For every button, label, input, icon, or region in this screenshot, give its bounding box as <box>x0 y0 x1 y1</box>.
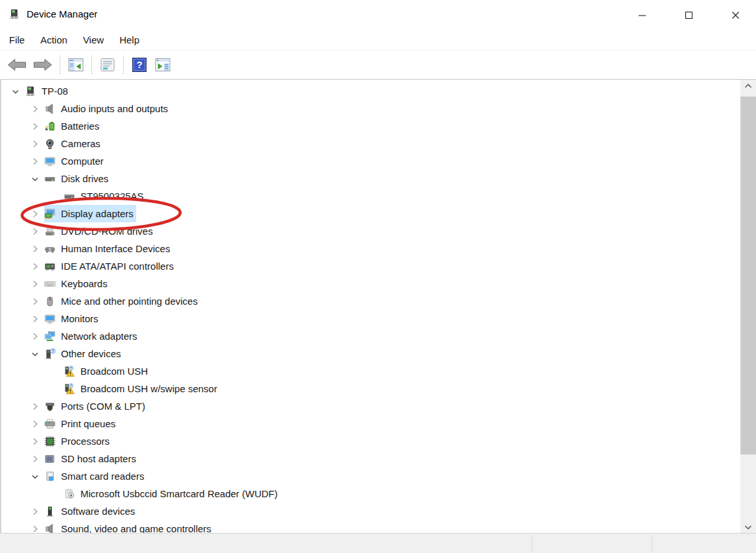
chevron-right-icon[interactable] <box>26 152 44 170</box>
tree-item-label: TP-08 <box>41 86 68 97</box>
tree-item-content: ST9500325AS <box>64 187 147 205</box>
chevron-right-icon[interactable] <box>26 327 44 345</box>
chevron-right-icon[interactable] <box>26 292 44 310</box>
menu-bar: File Action View Help <box>0 30 756 51</box>
tree-item-keyboards[interactable]: Keyboards <box>1 275 740 292</box>
chevron-right-icon[interactable] <box>26 432 44 450</box>
menu-file[interactable]: File <box>9 33 25 47</box>
chevron-right-icon[interactable] <box>26 135 44 152</box>
tree-item-print-queues[interactable]: Print queues <box>1 415 740 432</box>
chevron-down-icon[interactable] <box>26 467 44 485</box>
forward-button[interactable] <box>31 54 54 76</box>
network-adapter-icon <box>44 331 56 342</box>
tree-item-content: Sound, video and game controllers <box>44 520 214 533</box>
chevron-right-icon[interactable] <box>26 205 44 222</box>
tree-item-ports-com-lpt[interactable]: Ports (COM & LPT) <box>1 397 740 415</box>
minimize-button[interactable] <box>632 5 652 25</box>
chevron-down-icon[interactable] <box>6 82 25 100</box>
close-button[interactable] <box>725 5 746 25</box>
tree-item-label: Computer <box>61 156 104 167</box>
tree-item-tp-08[interactable]: TP-08 <box>1 82 740 100</box>
tree-item-processors[interactable]: Processors <box>1 432 740 450</box>
chevron-right-icon[interactable] <box>26 310 44 327</box>
tree-item-software-devices[interactable]: Software devices <box>1 502 740 520</box>
chevron-down-icon[interactable] <box>26 170 44 187</box>
tree-item-content: Ports (COM & LPT) <box>44 397 148 415</box>
tree-item-content: TP-08 <box>25 82 71 100</box>
chevron-right-icon[interactable] <box>26 100 44 117</box>
chevron-placeholder <box>45 380 64 397</box>
menu-view[interactable]: View <box>83 33 104 47</box>
chevron-down-icon[interactable] <box>26 345 44 362</box>
show-action-pane-button[interactable] <box>152 54 173 76</box>
tree-item-mice-and-other-pointing-devices[interactable]: Mice and other pointing devices <box>1 292 740 310</box>
tree-item-content: Mice and other pointing devices <box>44 292 200 310</box>
chevron-placeholder <box>45 362 64 380</box>
speaker-icon <box>44 103 56 115</box>
disk-drive-icon <box>64 191 75 202</box>
toolbar-separator <box>123 55 124 75</box>
tree-item-content: Disk drives <box>44 170 111 187</box>
tree-item-st9500325as[interactable]: ST9500325AS <box>1 187 740 205</box>
scroll-up-button[interactable] <box>740 80 756 91</box>
tree-item-other-devices[interactable]: ?Other devices <box>1 345 740 362</box>
tree-item-cameras[interactable]: Cameras <box>1 135 740 152</box>
warning-device-icon: ? <box>64 383 75 395</box>
chevron-right-icon[interactable] <box>26 117 44 135</box>
tree-item-sound-video-and-game-controllers[interactable]: Sound, video and game controllers <box>1 520 740 533</box>
tree-item-label: Smart card readers <box>61 471 144 482</box>
smart-card-reader-icon <box>44 471 56 482</box>
tree-item-content: Microsoft Usbccid Smartcard Reader (WUDF… <box>64 485 280 502</box>
tree-item-computer[interactable]: Computer <box>1 152 740 170</box>
hid-icon <box>44 243 56 255</box>
statusbar-divider <box>532 535 532 552</box>
vertical-scrollbar[interactable] <box>740 80 756 533</box>
tree-item-broadcom-ush-w-swipe-sensor[interactable]: ?Broadcom USH w/swipe sensor <box>1 380 740 397</box>
show-console-tree-button[interactable] <box>65 54 86 76</box>
help-button[interactable]: ? <box>129 54 150 76</box>
tree-item-broadcom-ush[interactable]: ?Broadcom USH <box>1 362 740 380</box>
tree-item-content: Cameras <box>44 135 103 152</box>
chevron-right-icon[interactable] <box>26 450 44 467</box>
tree-item-audio-inputs-and-outputs[interactable]: Audio inputs and outputs <box>1 100 740 117</box>
chevron-right-icon[interactable] <box>26 520 44 533</box>
tree-item-network-adapters[interactable]: Network adapters <box>1 327 740 345</box>
chevron-right-icon[interactable] <box>26 415 44 432</box>
tree-item-label: Display adapters <box>61 208 134 219</box>
tree-item-sd-host-adapters[interactable]: SD host adapters <box>1 450 740 467</box>
tree-item-human-interface-devices[interactable]: Human Interface Devices <box>1 240 740 257</box>
properties-button[interactable] <box>97 54 118 76</box>
tree-item-batteries[interactable]: Batteries <box>1 117 740 135</box>
chevron-right-icon[interactable] <box>26 397 44 415</box>
tree-item-content: ?Other devices <box>44 345 124 362</box>
software-device-icon <box>44 506 56 517</box>
chevron-right-icon[interactable] <box>26 502 44 520</box>
chevron-right-icon[interactable] <box>26 222 44 240</box>
tree-item-label: Monitors <box>61 313 99 324</box>
processor-icon <box>44 436 56 447</box>
maximize-button[interactable] <box>678 5 699 25</box>
computer-monitor-icon <box>44 156 56 167</box>
tree-item-disk-drives[interactable]: Disk drives <box>1 170 740 187</box>
tree-item-smart-card-readers[interactable]: Smart card readers <box>1 467 740 485</box>
scrollbar-thumb[interactable] <box>740 97 756 454</box>
chevron-right-icon[interactable] <box>26 240 44 257</box>
back-button[interactable] <box>5 54 29 76</box>
tree-item-ide-ata-atapi-controllers[interactable]: IDE ATA/ATAPI controllers <box>1 257 740 275</box>
tree-item-label: ST9500325AS <box>80 191 144 202</box>
scroll-down-button[interactable] <box>740 521 756 533</box>
menu-action[interactable]: Action <box>40 33 67 47</box>
menu-help[interactable]: Help <box>119 33 139 47</box>
chevron-right-icon[interactable] <box>26 257 44 275</box>
tree-item-label: Broadcom USH <box>80 366 148 377</box>
tree-item-content: Display adapters <box>44 205 136 222</box>
device-tree-panel: TP-08Audio inputs and outputsBatteriesCa… <box>0 79 756 533</box>
window-controls <box>632 5 746 25</box>
tree-item-dvd-cd-rom-drives[interactable]: DVD/CD-ROM drives <box>1 222 740 240</box>
tree-item-monitors[interactable]: Monitors <box>1 310 740 327</box>
tree-item-content: SD host adapters <box>44 450 139 467</box>
chevron-right-icon[interactable] <box>26 275 44 292</box>
tree-item-display-adapters[interactable]: Display adapters <box>1 205 740 222</box>
device-manager-window: Device Manager File Action View Help ? T… <box>0 0 756 553</box>
tree-item-microsoft-usbccid-smartcard-reader-wudf[interactable]: Microsoft Usbccid Smartcard Reader (WUDF… <box>1 485 740 502</box>
